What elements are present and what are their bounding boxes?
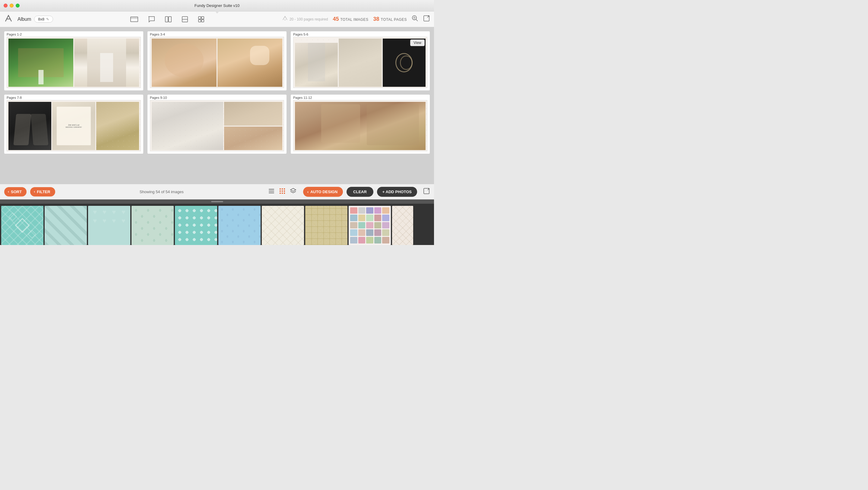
filmstrip-handle[interactable] xyxy=(211,201,223,202)
filmstrip-item-1[interactable] xyxy=(1,206,43,245)
auto-design-label: AUTO DESIGN xyxy=(310,190,338,194)
photo-bride-earring xyxy=(217,39,282,87)
maximize-button[interactable] xyxy=(16,4,20,7)
pages-required: 20 - 100 pages required xyxy=(282,16,328,23)
spread-7-8-inner[interactable]: Joe and Luz WEDDING CEREMONY xyxy=(7,100,141,151)
svg-rect-21 xyxy=(280,193,281,194)
filter-chevron-icon: ‹ xyxy=(34,190,35,194)
spread-11-12-label: Pages 11-12 xyxy=(291,95,430,100)
filmstrip-item-9[interactable] xyxy=(349,206,391,245)
spread-5-6-inner[interactable]: View xyxy=(293,37,427,88)
titlebar-arrow xyxy=(215,11,219,13)
layers-icon[interactable] xyxy=(290,188,297,196)
filmstrip-item-5[interactable] xyxy=(175,206,217,245)
filter-button[interactable]: ‹ FILTER xyxy=(30,187,55,196)
spread-7-8-label: Pages 7-8 xyxy=(4,95,143,100)
spread-9-10: Pages 9-10 xyxy=(148,95,286,154)
album-view-icon[interactable] xyxy=(130,16,138,23)
photo-shoes xyxy=(8,102,51,150)
spread-7-8: Pages 7-8 Joe and Luz WEDDING CEREM xyxy=(4,95,143,154)
total-images-num: 45 xyxy=(333,16,339,22)
photo-garden xyxy=(8,39,73,87)
album-label: Album xyxy=(18,17,31,22)
svg-rect-7 xyxy=(202,20,204,22)
search-icon[interactable] xyxy=(412,15,418,23)
close-button[interactable] xyxy=(4,4,7,7)
total-pages-num: 38 xyxy=(373,16,379,22)
svg-point-8 xyxy=(284,20,285,21)
view-button[interactable]: View xyxy=(410,39,425,46)
svg-rect-1 xyxy=(165,17,168,22)
add-photos-label: + ADD PHOTOS xyxy=(382,190,412,194)
app-title: Fundy Designer Suite v10 xyxy=(194,3,240,8)
svg-rect-0 xyxy=(131,17,138,22)
svg-rect-17 xyxy=(284,188,285,190)
window-controls[interactable] xyxy=(4,4,20,7)
pages-icon[interactable] xyxy=(182,16,188,23)
filmstrip-divider xyxy=(0,199,434,204)
auto-design-chevron-icon: ‹ xyxy=(307,190,309,194)
filmstrip-item-2[interactable] xyxy=(44,206,87,245)
filmstrip-item-10[interactable] xyxy=(392,206,413,245)
minimize-button[interactable] xyxy=(10,4,13,7)
chat-icon[interactable] xyxy=(148,16,155,23)
grid-icon[interactable] xyxy=(198,16,205,23)
filmstrip-item-3[interactable]: ♥ ♥ ♥ ♥ ♥ ♥ ♥ ♥ xyxy=(88,206,130,245)
sort-button[interactable]: ‹ SORT xyxy=(4,187,27,196)
spread-3-4: Pages 3-4 xyxy=(148,31,286,90)
total-images-label: TOTAL IMAGES xyxy=(340,18,368,22)
list-view-icon[interactable] xyxy=(268,188,275,195)
auto-design-button[interactable]: ‹ AUTO DESIGN xyxy=(303,187,343,197)
total-pages-stat: 38 TOTAL PAGES xyxy=(373,16,407,22)
expand-icon[interactable] xyxy=(423,188,430,196)
spread-3-4-label: Pages 3-4 xyxy=(148,31,286,37)
spread-5-6-label: Pages 5-6 xyxy=(291,31,430,37)
svg-rect-2 xyxy=(168,17,171,22)
add-photos-button[interactable]: + ADD PHOTOS xyxy=(377,187,417,197)
filmstrip-item-4[interactable] xyxy=(131,206,174,245)
photo-portrait xyxy=(295,102,426,150)
spread-11-12: Pages 11-12 xyxy=(291,95,430,154)
size-badge[interactable]: 8x8 ✎ xyxy=(34,16,53,23)
export-icon[interactable] xyxy=(423,15,430,23)
spread-pattern xyxy=(150,100,284,151)
filmstrip-item-8[interactable] xyxy=(305,206,347,245)
total-pages-label: TOTAL PAGES xyxy=(381,18,407,22)
sort-chevron-icon: ‹ xyxy=(8,190,9,194)
photo-bride-closeup xyxy=(152,39,217,87)
filmstrip-item-6[interactable] xyxy=(218,206,260,245)
app-logo-icon xyxy=(4,14,13,24)
grid-view-icon[interactable] xyxy=(279,188,286,196)
svg-rect-23 xyxy=(284,193,285,194)
main-content: Pages 1-2 Pages 3-4 xyxy=(0,27,434,184)
svg-rect-22 xyxy=(282,193,283,194)
total-images-stat: 45 TOTAL IMAGES xyxy=(333,16,368,22)
svg-rect-4 xyxy=(198,17,201,19)
svg-rect-5 xyxy=(202,17,204,19)
pages-req-icon xyxy=(282,16,288,23)
spread-1-2: Pages 1-2 xyxy=(4,31,143,90)
svg-rect-12 xyxy=(269,189,274,190)
bottom-toolbar: ‹ SORT ‹ FILTER Showing 54 of 54 images xyxy=(0,184,434,199)
svg-rect-20 xyxy=(284,191,285,192)
main-toolbar: Album 8x8 ✎ xyxy=(0,11,434,27)
toolbar-right: 20 - 100 pages required 45 TOTAL IMAGES … xyxy=(282,15,430,23)
spread-11-12-inner[interactable] xyxy=(293,100,427,151)
spread-9-10-inner[interactable] xyxy=(150,100,284,151)
svg-rect-6 xyxy=(198,20,201,22)
showing-count: Showing 54 of 54 images xyxy=(59,190,265,194)
spread-1-2-inner[interactable] xyxy=(7,37,141,88)
spread-3-4-inner[interactable] xyxy=(150,37,284,88)
view-icons xyxy=(268,188,297,196)
svg-rect-14 xyxy=(269,193,274,193)
pages-required-text: 20 - 100 pages required xyxy=(289,17,328,22)
filmstrip-item-7[interactable] xyxy=(262,206,304,245)
svg-rect-18 xyxy=(280,191,281,192)
toolbar-left: Album 8x8 ✎ xyxy=(4,14,53,24)
layout-icon[interactable] xyxy=(165,16,172,23)
spread-5-6: Pages 5-6 View xyxy=(291,31,430,90)
clear-button[interactable]: CLEAR xyxy=(346,187,373,197)
sort-label: SORT xyxy=(11,190,22,194)
svg-point-10 xyxy=(414,17,415,19)
svg-rect-15 xyxy=(280,188,281,190)
